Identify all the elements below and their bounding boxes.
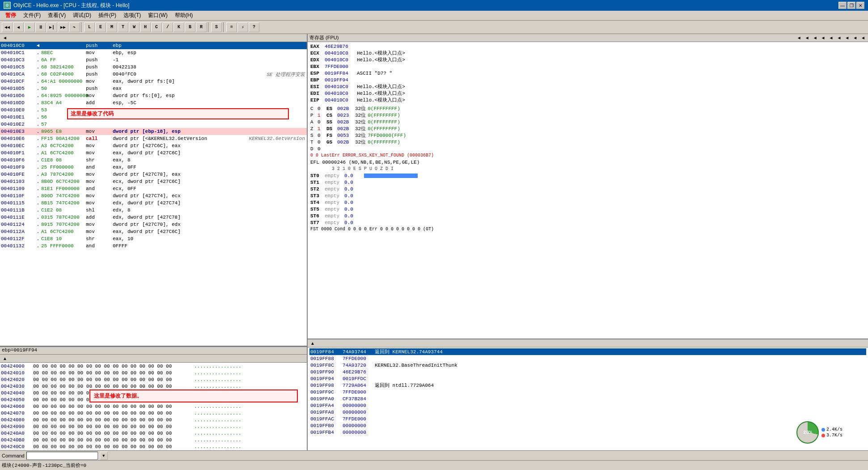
disasm-pane[interactable]: 这里是修改了代码 004010C0 ◄ push ebp 004010C1 . …: [0, 42, 307, 347]
tb-run-to[interactable]: ↷: [69, 22, 80, 32]
reg-nav6[interactable]: ◄: [836, 35, 842, 40]
hex-row[interactable]: 004240C000 00 00 00 00 00 00 00 00 00 00…: [0, 443, 307, 450]
restore-button[interactable]: ❐: [847, 2, 855, 9]
disasm-row[interactable]: 004010F6 . C1E8 08 shr eax, 8: [0, 157, 307, 164]
tb-R[interactable]: R: [196, 22, 207, 32]
disasm-row[interactable]: 004010E6 . FF15 00A14200 call dword ptr …: [0, 135, 307, 142]
minimize-button[interactable]: —: [838, 2, 847, 9]
disasm-row[interactable]: 00401109 . 81E1 FF000000 and ecx, 0FF: [0, 185, 307, 192]
fpu-row[interactable]: ST2empty0.0: [309, 186, 866, 192]
tb-C[interactable]: C: [151, 22, 162, 32]
command-dropdown[interactable]: ▼: [100, 452, 108, 460]
disasm-row[interactable]: 00401132 . 25 FFFF0000 and 0FFFF: [0, 242, 307, 250]
disasm-row[interactable]: 004010C5 . 68 38214200 push 00422138: [0, 64, 307, 71]
menu-view[interactable]: 查看(V): [44, 11, 69, 20]
fpu-row[interactable]: ST7empty0.0: [309, 219, 866, 226]
reg-row[interactable]: EDI004010C0Hello.<模块入口点>: [309, 90, 866, 97]
reg-nav3[interactable]: ◄: [812, 35, 818, 40]
disasm-row[interactable]: 0040112F . C1E8 10 shr eax, 10: [0, 235, 307, 242]
fpu-row[interactable]: ST3empty0.0: [309, 192, 866, 199]
hex-row[interactable]: 004240B000 00 00 00 00 00 00 00 00 00 00…: [0, 436, 307, 443]
stack-row[interactable]: 0019FFAC7FFDE000: [309, 415, 866, 422]
disasm-row[interactable]: 004010EC . A3 6C7C4200 mov dword ptr [42…: [0, 142, 307, 149]
reg-nav8[interactable]: ◄: [852, 35, 858, 40]
disasm-row[interactable]: 00401103 . 8B0D 6C7C4200 mov ecx, dword …: [0, 178, 307, 185]
tb-flash[interactable]: ⚡: [237, 22, 248, 32]
fpu-row[interactable]: ST6empty0.0: [309, 212, 866, 219]
seg-row[interactable]: C0ES002B32位0(FFFFFFFF): [309, 105, 866, 112]
reg-row[interactable]: EBP0019FF94: [309, 76, 866, 83]
fpu-row[interactable]: ST5empty0.0: [309, 206, 866, 212]
seg-row[interactable]: T0GS002B32位0(FFFFFFFF): [309, 139, 866, 145]
tb-step-over[interactable]: ▶▶: [58, 22, 68, 32]
fpu-row[interactable]: ST1empty0.0: [309, 179, 866, 186]
hex-row[interactable]: 0042403000 00 00 00 00 00 00 00 00 00 00…: [0, 383, 307, 390]
disasm-row[interactable]: 004010FE . A3 787C4200 mov dword ptr [42…: [0, 171, 307, 178]
hex-row[interactable]: 0042409000 00 00 00 00 00 00 00 00 00 00…: [0, 423, 307, 430]
disasm-row[interactable]: 004010C1 . 8BEC mov ebp, esp: [0, 49, 307, 56]
hex-row[interactable]: 0042405000 00 00 00 00 00 00 00 00 00 00…: [0, 396, 307, 403]
reg-nav2[interactable]: ◄: [804, 35, 810, 40]
stack-row[interactable]: 0019FF8474A93744返回到 KERNEL32.74A93744: [309, 348, 866, 355]
disasm-row[interactable]: 004010C3 . 6A FF push -1: [0, 56, 307, 64]
tb-step-in[interactable]: ▶|: [47, 22, 57, 32]
disasm-row[interactable]: 004010CA . 68 C02F4000 push 0040²FC0 SE …: [0, 71, 307, 78]
seg-row[interactable]: A0SS002B32位0(FFFFFFFF): [309, 119, 866, 125]
fpu-row[interactable]: ST0empty0.0: [309, 172, 866, 179]
menu-debug[interactable]: 调试(D): [69, 11, 95, 20]
disasm-row[interactable]: 0040111E . 0315 787C4200 add edx, dword …: [0, 214, 307, 221]
stack-row[interactable]: 0019FF9046E29B76: [309, 368, 866, 375]
disasm-row[interactable]: 004010E3 . 8965 E8 mov dword ptr [ebp-18…: [0, 128, 307, 135]
command-input[interactable]: [26, 452, 98, 460]
disasm-row[interactable]: 00401124 . 8915 707C4200 mov dword ptr […: [0, 221, 307, 228]
reg-row[interactable]: EBX7FFDE000: [309, 63, 866, 70]
tb-K[interactable]: K: [174, 22, 184, 32]
reg-nav7[interactable]: ◄: [844, 35, 850, 40]
stack-row[interactable]: 0019FFB000000000: [309, 422, 866, 429]
menu-options[interactable]: 选项(T): [120, 11, 144, 20]
tb-M[interactable]: M: [106, 22, 117, 32]
hex-row[interactable]: 0042402000 00 00 00 00 00 00 00 00 00 00…: [0, 376, 307, 383]
hex-scroll[interactable]: ▲: [2, 356, 8, 361]
seg-row[interactable]: D0: [309, 145, 866, 152]
tb-pause[interactable]: ⏸: [35, 22, 46, 32]
hex-row[interactable]: 0042401000 00 00 00 00 00 00 00 00 00 00…: [0, 369, 307, 376]
close-button[interactable]: ✕: [856, 2, 864, 9]
fpu-row[interactable]: ST4empty0.0: [309, 199, 866, 206]
stack-row[interactable]: 0019FFB400000000: [309, 429, 866, 436]
stack-nav[interactable]: ▲: [309, 341, 316, 346]
reg-pane[interactable]: EAX46E29B76ECX004010C0Hello.<模块入口点>EDX00…: [308, 42, 868, 339]
disasm-scroll-left1[interactable]: ◄: [2, 35, 8, 40]
tb-run[interactable]: ▶: [24, 22, 35, 32]
hex-row[interactable]: 0042400000 00 00 00 00 00 00 00 00 00 00…: [0, 363, 307, 369]
tb-S[interactable]: S: [211, 22, 222, 32]
reg-row[interactable]: EDX004010C0Hello.<模块入口点>: [309, 56, 866, 63]
stack-row[interactable]: 0019FFA400000000: [309, 402, 866, 409]
menu-file[interactable]: 文件(F): [20, 11, 44, 20]
disasm-row[interactable]: 0040111B . C1E2 08 shl edx, 8: [0, 207, 307, 214]
hex-pane[interactable]: 这里是修改了数据。 0042400000 00 00 00 00 00 00 0…: [0, 363, 307, 450]
disasm-row[interactable]: 004010D6 . 64:8925 00000000 mov dword pt…: [0, 92, 307, 99]
disasm-row[interactable]: 004010F9 . 25 FF000000 and eax, 0FF: [0, 164, 307, 171]
stack-row[interactable]: 0019FFA800000000: [309, 409, 866, 415]
tb-E[interactable]: E: [95, 22, 106, 32]
disasm-row[interactable]: 0040110F . 890D 747C4200 mov dword ptr […: [0, 192, 307, 199]
seg-row[interactable]: S0FS005332位7FFD0000(FFF): [309, 132, 866, 139]
disasm-row[interactable]: 004010CF . 64:A1 00000000 mov eax, dword…: [0, 78, 307, 85]
tb-list[interactable]: ≡: [226, 22, 237, 32]
disasm-row[interactable]: 004010F1 . A1 6C7C4200 mov eax, dword pt…: [0, 149, 307, 157]
reg-row[interactable]: ECX004010C0Hello.<模块入口点>: [309, 50, 866, 56]
tb-T[interactable]: T: [118, 22, 128, 32]
tb-L[interactable]: L: [84, 22, 95, 32]
stack-row[interactable]: 0019FF940019FFDC: [309, 375, 866, 382]
menu-plugin[interactable]: 插件(P): [95, 11, 120, 20]
tb-back[interactable]: ◀: [13, 22, 24, 32]
menu-help[interactable]: 帮助(H): [171, 11, 197, 20]
hex-row[interactable]: 004240A000 00 00 00 00 00 00 00 00 00 00…: [0, 430, 307, 436]
tb-rewind[interactable]: ◀◀: [2, 22, 13, 32]
reg-eip-row[interactable]: EIP004010C0Hello.<模块入口点>: [309, 97, 866, 103]
reg-nav9[interactable]: ◄: [860, 35, 866, 40]
menu-stop[interactable]: 暂停: [2, 11, 20, 20]
tb-B[interactable]: B: [185, 22, 195, 32]
disasm-row[interactable]: 004010DD . 83C4 A4 add esp, -5C: [0, 99, 307, 106]
